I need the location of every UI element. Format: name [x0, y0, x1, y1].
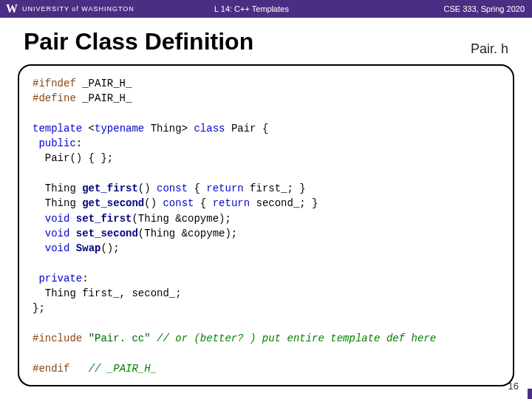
logo: W UNIVERSITY of WASHINGTON: [0, 2, 177, 16]
header-bar: W UNIVERSITY of WASHINGTON L 14: C++ Tem…: [0, 0, 532, 18]
ifndef: #ifndef: [33, 78, 76, 89]
page-number: 16: [508, 381, 519, 392]
filename-label: Pair. h: [471, 41, 508, 57]
endif: #endif: [33, 363, 69, 375]
w-icon: W: [6, 2, 18, 16]
include: #include: [33, 332, 82, 344]
code-box: #ifndef _PAIR_H_ #define _PAIR_H_ templa…: [18, 64, 514, 386]
define: #define: [33, 92, 76, 104]
corner-accent: [528, 389, 532, 399]
university-name: UNIVERSITY of WASHINGTON: [22, 5, 134, 13]
course-info: CSE 333, Spring 2020: [444, 4, 532, 13]
template-kw: template: [33, 123, 82, 134]
lecture-title: L 14: C++ Templates: [214, 4, 289, 13]
slide-title: Pair Class Definition: [0, 18, 532, 61]
